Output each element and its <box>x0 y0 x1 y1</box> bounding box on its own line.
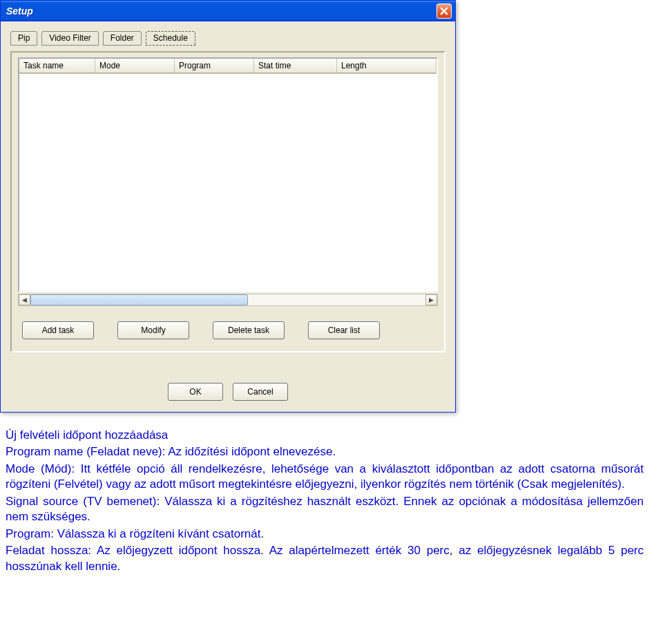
list-header: Task name Mode Program Stat time Length <box>19 59 436 74</box>
tab-folder[interactable]: Folder <box>103 31 142 46</box>
scroll-left-button[interactable]: ◀ <box>19 294 30 305</box>
delete-task-button[interactable]: Delete task <box>213 321 285 339</box>
horizontal-scrollbar[interactable]: ◀ ▶ <box>18 294 438 306</box>
doc-line: Signal source (TV bemenet): Válassza ki … <box>6 494 644 525</box>
tab-video-filter[interactable]: Video Filter <box>41 31 98 46</box>
chevron-right-icon: ▶ <box>429 296 434 303</box>
window-title: Setup <box>6 6 33 17</box>
scroll-thumb[interactable] <box>30 294 248 305</box>
add-task-button[interactable]: Add task <box>22 321 94 339</box>
col-task-name[interactable]: Task name <box>19 59 95 73</box>
client-area: Pip Video Filter Folder Schedule Task na… <box>1 21 455 412</box>
scroll-right-button[interactable]: ▶ <box>425 294 437 305</box>
tabs-row: Pip Video Filter Folder Schedule <box>10 31 445 46</box>
tab-panel: Task name Mode Program Stat time Length … <box>10 51 445 352</box>
doc-line: Új felvételi időpont hozzáadása <box>6 428 644 443</box>
tab-schedule[interactable]: Schedule <box>146 31 195 46</box>
scroll-track[interactable] <box>30 294 425 305</box>
col-length[interactable]: Length <box>337 59 436 73</box>
doc-line: Program name (Feladat neve): Az időzítés… <box>6 444 644 460</box>
chevron-left-icon: ◀ <box>22 296 27 303</box>
tab-pip[interactable]: Pip <box>10 31 37 46</box>
col-stat-time[interactable]: Stat time <box>254 59 337 73</box>
doc-line: Mode (Mód): Itt kétféle opció áll rendel… <box>6 462 644 493</box>
col-program[interactable]: Program <box>175 59 254 73</box>
cancel-button[interactable]: Cancel <box>233 383 288 401</box>
doc-line: Program: Válassza ki a rögzíteni kívánt … <box>6 527 644 542</box>
instruction-text: Új felvételi időpont hozzáadása Program … <box>0 413 649 581</box>
modify-button[interactable]: Modify <box>117 321 189 339</box>
titlebar[interactable]: Setup <box>1 1 455 21</box>
ok-button[interactable]: OK <box>168 383 223 401</box>
setup-window: Setup Pip Video Filter Folder Schedule T… <box>0 0 456 413</box>
doc-line: Feladat hossza: Az előjegyzett időpont h… <box>6 543 644 574</box>
dialog-buttons: OK Cancel <box>10 383 445 401</box>
action-row: Add task Modify Delete task Clear list <box>18 321 438 339</box>
close-button[interactable] <box>436 3 452 19</box>
list-body[interactable] <box>19 74 436 291</box>
col-mode[interactable]: Mode <box>95 59 175 73</box>
task-list[interactable]: Task name Mode Program Stat time Length <box>18 57 438 292</box>
close-icon <box>440 7 448 15</box>
clear-list-button[interactable]: Clear list <box>308 321 380 339</box>
